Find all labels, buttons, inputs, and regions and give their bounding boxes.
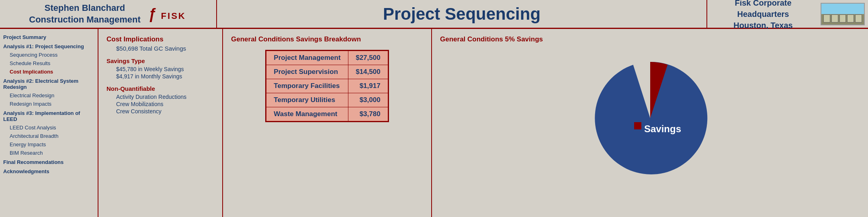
cost-panel-title: Cost Implications [106,35,214,43]
sidebar-item-energy-impacts[interactable]: Energy Impacts [0,140,98,149]
page-title: Project Sequencing [383,4,540,24]
gc-item-2: Project Supervision [266,65,348,79]
fisk-logo-area: ƒ FISK [147,6,187,23]
sidebar-item-cost-implications[interactable]: Cost Implications [0,68,98,76]
sidebar-item-analysis-3[interactable]: Analysis #3: Implementation of LEED [0,108,98,123]
main-content: Cost Implications $50,698 Total GC Savin… [98,29,868,217]
sidebar-item-final-rec[interactable]: Final Recommendations [0,157,98,166]
sidebar-item-bim-research[interactable]: BIM Research [0,149,98,157]
gc-item-4: Temporary Utilities [266,93,348,107]
table-row: Temporary Utilities $3,000 [266,93,388,107]
header-right: Fisk Corporate Headquarters Houston, Tex… [707,0,868,28]
sidebar-item-redesign-impacts[interactable]: Redesign Impacts [0,100,98,108]
pie-chart-panel: General Conditions 5% Savings [432,29,868,217]
content-area: Project Summary Analysis #1: Project Seq… [0,29,868,217]
sidebar-item-acknowledgments[interactable]: Acknowledgments [0,166,98,176]
gc-value-4: $3,000 [348,93,388,107]
gc-value-2: $14,500 [348,65,388,79]
sidebar-item-project-summary[interactable]: Project Summary [0,32,98,41]
gc-item-5: Waste Management [266,107,348,122]
cost-implications-panel: Cost Implications $50,698 Total GC Savin… [98,29,223,217]
gc-item-3: Temporary Facilities [266,79,348,93]
header: Stephen Blanchard Construction Managemen… [0,0,868,29]
company-name: Stephen Blanchard Construction Managemen… [29,2,140,25]
total-gc-savings: $50,698 Total GC Savings [116,45,214,52]
table-row: Project Management $27,500 [266,51,388,65]
non-quant-item-3: Crew Consistency [116,108,214,115]
gc-breakdown-table: Project Management $27,500 Project Super… [265,50,389,122]
pie-svg: Savings [582,54,719,182]
gc-value-3: $1,917 [348,79,388,93]
sidebar-item-schedule-results[interactable]: Schedule Results [0,59,98,68]
building-thumbnail [821,3,865,25]
gc-breakdown-title: General Conditions Savings Breakdown [231,35,423,43]
gc-value-1: $27,500 [348,51,388,65]
gc-value-5: $3,780 [348,107,388,122]
pie-inner-label: Savings [644,123,681,134]
pie-chart: Savings [582,54,719,190]
monthly-savings: $4,917 in Monthly Savings [116,73,214,80]
gc-item-1: Project Management [266,51,348,65]
non-quant-item-2: Crew Mobilizations [116,101,214,107]
table-row: Temporary Facilities $1,917 [266,79,388,93]
savings-type-title: Savings Type [106,57,214,64]
non-quantifiable-title: Non-Quantifiable [106,85,214,92]
sidebar-item-sequencing-process[interactable]: Sequencing Process [0,51,98,59]
non-quant-item-1: Activity Duration Reductions [116,94,214,100]
header-left: Stephen Blanchard Construction Managemen… [0,0,217,28]
sidebar-item-electrical-redesign[interactable]: Electrical Redesign [0,91,98,100]
sidebar-item-arch-breadth[interactable]: Architectural Breadth [0,132,98,140]
weekly-savings: $45,780 in Weekly Savings [116,66,214,72]
table-row: Project Supervision $14,500 [266,65,388,79]
header-center: Project Sequencing [217,0,707,28]
pie-legend-box [634,122,641,129]
gc-breakdown-panel: General Conditions Savings Breakdown Pro… [223,29,432,217]
sidebar: Project Summary Analysis #1: Project Seq… [0,29,98,217]
fisk-logo: ƒ FISK [148,6,186,23]
table-row: Waste Management $3,780 [266,107,388,122]
pie-panel-title: General Conditions 5% Savings [440,35,543,43]
sidebar-item-analysis-1[interactable]: Analysis #1: Project Sequencing [0,41,98,51]
sidebar-item-leed-cost[interactable]: LEED Cost Analysis [0,123,98,132]
sidebar-item-analysis-2[interactable]: Analysis #2: Electrical System Redesign [0,76,98,91]
project-info: Fisk Corporate Headquarters Houston, Tex… [710,0,816,31]
